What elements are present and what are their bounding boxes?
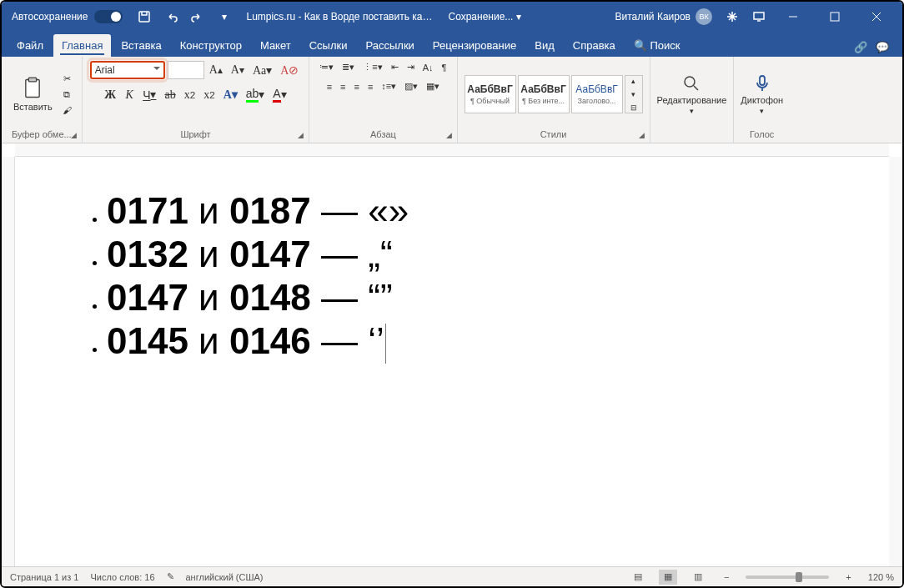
group-label-clipboard: Буфер обме...◢: [8, 128, 75, 141]
styles-down-icon[interactable]: ▾: [627, 88, 640, 100]
view-read-icon[interactable]: ▤: [629, 570, 647, 585]
svg-rect-6: [760, 76, 765, 85]
svg-point-5: [685, 77, 695, 87]
sort-icon[interactable]: A↓: [419, 61, 437, 74]
format-painter-icon[interactable]: 🖌: [59, 103, 75, 117]
autosave-toggle[interactable]: [94, 10, 123, 23]
share-icon[interactable]: 🔗: [854, 41, 867, 53]
style-normal[interactable]: АаБбВвГ¶ Обычный: [465, 75, 516, 113]
tab-review[interactable]: Рецензирование: [424, 34, 525, 57]
numbering-icon[interactable]: ≣▾: [339, 60, 358, 74]
document-list: 0171 и 0187 — «» 0132 и 0147 — „“ 0147 и…: [107, 190, 839, 364]
copy-icon[interactable]: ⧉: [59, 88, 75, 102]
tab-view[interactable]: Вид: [526, 34, 563, 57]
bullets-icon[interactable]: ≔▾: [316, 60, 337, 74]
svg-rect-3: [26, 79, 39, 97]
sparkle-icon[interactable]: [721, 5, 744, 28]
dictate-button[interactable]: Диктофон▾: [741, 73, 783, 115]
maximize-button[interactable]: [816, 2, 854, 32]
editing-dropdown[interactable]: Редактирование▾: [657, 73, 727, 115]
group-label-editing: [657, 128, 727, 141]
tab-help[interactable]: Справка: [565, 34, 624, 57]
minimize-button[interactable]: [774, 2, 812, 32]
status-page[interactable]: Страница 1 из 1: [10, 572, 78, 582]
styles-more-icon[interactable]: ⊟: [627, 102, 640, 113]
horizontal-ruler[interactable]: [15, 143, 889, 157]
vertical-scrollbar[interactable]: [889, 157, 902, 566]
font-color-icon[interactable]: A▾: [269, 85, 289, 104]
zoom-level[interactable]: 120 %: [868, 572, 894, 582]
redo-icon[interactable]: [186, 5, 209, 28]
user-account[interactable]: Виталий Каиров ВК: [610, 8, 717, 25]
comments-icon[interactable]: 💬: [876, 41, 889, 53]
paste-button[interactable]: Вставить: [8, 75, 58, 113]
tab-layout[interactable]: Макет: [252, 34, 299, 57]
group-styles: АаБбВвГ¶ Обычный АаБбВвГ¶ Без инте... Аа…: [458, 57, 650, 143]
tab-home[interactable]: Главная: [53, 34, 111, 57]
italic-button[interactable]: К: [121, 87, 138, 103]
highlight-color-icon[interactable]: ab▾: [243, 85, 269, 104]
style-heading[interactable]: АаБбВвГЗаголово...: [571, 75, 623, 113]
zoom-slider[interactable]: [746, 575, 829, 579]
multilevel-icon[interactable]: ⋮≡▾: [359, 60, 385, 74]
tab-insert[interactable]: Вставка: [113, 34, 169, 57]
shrink-font-icon[interactable]: A▾: [228, 62, 248, 78]
show-marks-icon[interactable]: ¶: [439, 61, 450, 74]
svg-rect-2: [831, 13, 839, 21]
font-name-combo[interactable]: Arial: [90, 61, 165, 79]
grow-font-icon[interactable]: A▴: [206, 62, 226, 78]
tab-references[interactable]: Ссылки: [301, 34, 356, 57]
change-case-icon[interactable]: Aa▾: [249, 62, 275, 79]
align-right-icon[interactable]: ≡: [350, 80, 362, 93]
align-center-icon[interactable]: ≡: [337, 80, 349, 93]
svg-rect-4: [29, 78, 37, 82]
save-icon[interactable]: [133, 5, 156, 28]
shading-icon[interactable]: ▨▾: [401, 79, 421, 93]
align-left-icon[interactable]: ≡: [324, 80, 335, 93]
paragraph-dialog-launcher[interactable]: ◢: [446, 131, 452, 139]
list-item: 0147 и 0148 — “”: [107, 277, 839, 319]
borders-icon[interactable]: ▦▾: [423, 79, 443, 93]
status-language[interactable]: английский (США): [186, 572, 264, 582]
tab-mailings[interactable]: Рассылки: [357, 34, 422, 57]
strike-button[interactable]: ab: [161, 87, 178, 103]
status-bar: Страница 1 из 1 Число слов: 16 ✎ английс…: [2, 566, 902, 586]
font-size-combo[interactable]: [168, 61, 204, 79]
spellcheck-icon[interactable]: ✎: [167, 571, 174, 582]
increase-indent-icon[interactable]: ⇥: [404, 60, 418, 74]
decrease-indent-icon[interactable]: ⇤: [388, 60, 402, 74]
ribbon-display-icon[interactable]: [747, 5, 771, 28]
underline-button[interactable]: Ч▾: [139, 86, 159, 103]
page[interactable]: 0171 и 0187 — «» 0132 и 0147 — „“ 0147 и…: [15, 157, 889, 390]
font-dialog-launcher[interactable]: ◢: [298, 131, 304, 139]
cut-icon[interactable]: ✂: [59, 72, 75, 86]
tab-search[interactable]: 🔍 Поиск: [625, 34, 689, 57]
zoom-out-button[interactable]: −: [719, 572, 734, 582]
view-web-icon[interactable]: ▥: [689, 570, 707, 585]
bold-button[interactable]: Ж: [101, 87, 119, 103]
style-nospacing[interactable]: АаБбВвГ¶ Без инте...: [518, 75, 570, 113]
status-word-count[interactable]: Число слов: 16: [90, 572, 154, 582]
group-editing: Редактирование▾: [650, 57, 735, 143]
list-item: 0132 и 0147 — „“: [107, 234, 839, 275]
search-large-icon: [681, 73, 701, 93]
clipboard-dialog-launcher[interactable]: ◢: [71, 131, 77, 139]
clear-format-icon[interactable]: A⊘: [277, 62, 302, 79]
superscript-button[interactable]: x2: [200, 87, 218, 103]
close-button[interactable]: [857, 2, 896, 32]
undo-icon[interactable]: [159, 5, 183, 28]
vertical-ruler[interactable]: [2, 157, 15, 566]
tab-file[interactable]: Файл: [8, 34, 52, 57]
subscript-button[interactable]: x2: [181, 87, 198, 103]
styles-up-icon[interactable]: ▴: [627, 75, 640, 87]
justify-icon[interactable]: ≡: [364, 80, 376, 93]
qat-customize-icon[interactable]: ▾: [213, 5, 236, 28]
zoom-in-button[interactable]: +: [841, 572, 856, 582]
text-effects-icon[interactable]: A▾: [220, 86, 241, 103]
avatar-icon: ВК: [696, 8, 712, 25]
group-paragraph: ≔▾ ≣▾ ⋮≡▾ ⇤ ⇥ A↓ ¶ ≡ ≡ ≡ ≡ ↕≡▾ ▨▾ ▦▾: [309, 57, 457, 143]
view-print-icon[interactable]: ▦: [659, 570, 677, 585]
styles-dialog-launcher[interactable]: ◢: [639, 131, 645, 139]
line-spacing-icon[interactable]: ↕≡▾: [378, 79, 399, 93]
tab-design[interactable]: Конструктор: [172, 34, 250, 57]
